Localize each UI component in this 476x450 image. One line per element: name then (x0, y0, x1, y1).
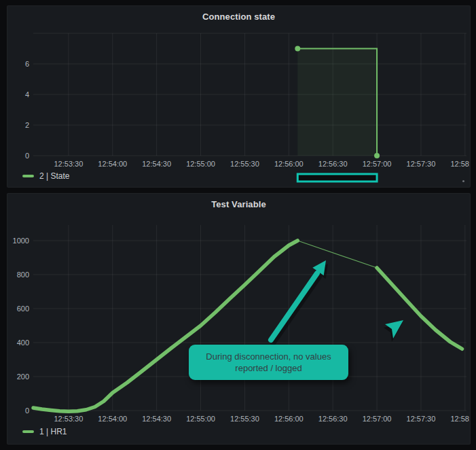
svg-text:12:58:00: 12:58:00 (450, 160, 471, 168)
svg-text:12:57:30: 12:57:30 (407, 415, 436, 423)
legend-color-dash[interactable] (22, 175, 34, 177)
svg-text:12:57:30: 12:57:30 (407, 160, 436, 168)
svg-text:0: 0 (25, 152, 29, 160)
legend: 2 | State (22, 171, 69, 181)
callout-arrow (271, 260, 326, 340)
data-point-dot[interactable] (295, 46, 300, 52)
gap-connector-line (297, 241, 377, 268)
grid-lines (33, 33, 466, 156)
annotation-callout: During disconnection, no values reported… (189, 345, 348, 380)
svg-text:12:54:00: 12:54:00 (98, 415, 127, 423)
svg-text:12:55:30: 12:55:30 (230, 160, 259, 168)
svg-text:12:53:30: 12:53:30 (54, 415, 83, 423)
svg-text:12:55:00: 12:55:00 (186, 160, 215, 168)
svg-text:12:58:00: 12:58:00 (450, 415, 471, 423)
series-line (33, 241, 297, 411)
svg-text:12:56:30: 12:56:30 (318, 415, 348, 423)
panel-connection-state: Connection state 12:53:3012:54:0012:54:3… (7, 5, 471, 188)
grid-lines (33, 225, 466, 411)
svg-text:12:57:00: 12:57:00 (363, 160, 392, 168)
svg-text:0: 0 (25, 406, 29, 415)
svg-text:6: 6 (25, 60, 29, 68)
svg-text:12:55:30: 12:55:30 (230, 415, 259, 423)
svg-text:400: 400 (17, 339, 29, 347)
test-variable-chart[interactable]: 12:53:3012:54:0012:54:3012:55:0012:55:30… (7, 194, 471, 445)
panel-test-variable: Test Variable 12:53:3012:54:0012:54:3012… (7, 193, 471, 445)
svg-text:12:55:00: 12:55:00 (186, 415, 215, 423)
connection-state-chart[interactable]: 12:53:3012:54:0012:54:3012:55:0012:55:30… (7, 6, 471, 188)
y-axis-tick-labels: 0246 (25, 60, 29, 160)
svg-text:12:54:30: 12:54:30 (142, 160, 171, 168)
grafana-dashboard: Connection state 12:53:3012:54:0012:54:3… (0, 0, 476, 450)
annotation-region-bar[interactable] (297, 174, 377, 181)
x-axis-tick-labels: 12:53:3012:54:0012:54:3012:55:0012:55:30… (54, 415, 471, 423)
legend: 1 | HR1 (22, 427, 67, 436)
svg-text:4: 4 (25, 90, 29, 99)
svg-text:600: 600 (17, 305, 29, 313)
data-point-dot[interactable] (374, 153, 380, 158)
legend-label[interactable]: 1 | HR1 (39, 427, 67, 436)
legend-label[interactable]: 2 | State (39, 171, 69, 181)
y-axis-tick-labels: 02004006008001000 (13, 237, 29, 415)
x-axis-tick-labels: 12:53:3012:54:0012:54:3012:55:0012:55:30… (54, 160, 471, 168)
svg-text:2: 2 (25, 121, 29, 129)
svg-text:200: 200 (17, 373, 29, 381)
svg-text:12:53:30: 12:53:30 (54, 160, 83, 168)
svg-text:12:56:00: 12:56:00 (274, 160, 304, 168)
state-fill-region (297, 49, 377, 156)
svg-text:12:56:00: 12:56:00 (274, 415, 304, 423)
svg-text:12:57:00: 12:57:00 (363, 415, 392, 423)
panel-title[interactable]: Test Variable (7, 194, 470, 209)
svg-text:12:54:30: 12:54:30 (142, 415, 171, 423)
svg-text:1000: 1000 (13, 237, 29, 245)
svg-text:12:54:00: 12:54:00 (98, 160, 127, 168)
svg-text:800: 800 (17, 271, 29, 279)
legend-color-dash[interactable] (22, 430, 34, 433)
arrow-shadow (273, 264, 328, 343)
panel-title[interactable]: Connection state (7, 6, 470, 22)
svg-text:12:56:30: 12:56:30 (318, 160, 348, 168)
panel-resize-handle[interactable] (462, 180, 464, 182)
